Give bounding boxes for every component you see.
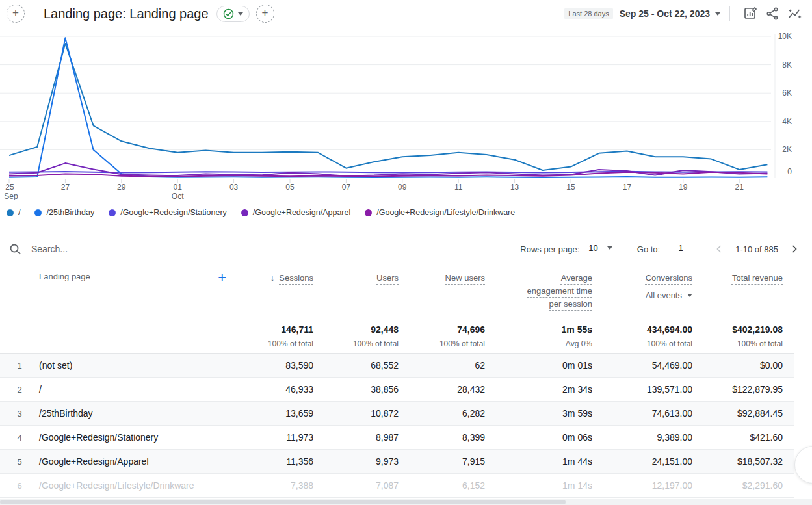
horizontal-scrollbar[interactable] (0, 499, 812, 505)
metric-cell: $18,507.32 (692, 450, 794, 473)
date-range-caret-icon[interactable] (715, 12, 720, 16)
check-circle-icon (223, 8, 234, 19)
table-row: 1(not set)83,59068,552620m 01s54,469.00$… (0, 354, 794, 378)
legend-label: / (18, 208, 20, 217)
insights-fab-edge[interactable] (794, 446, 812, 484)
svg-text:Oct: Oct (172, 192, 184, 200)
metric-cell: 7,388 (241, 474, 313, 497)
row-rank: 4 (0, 426, 39, 449)
dimension-header: Landing page + (39, 261, 241, 320)
totals-cell: $402,219.08100% of total (692, 320, 794, 353)
metric-header: New users (399, 261, 485, 320)
metric-cell: $421.60 (692, 426, 794, 449)
svg-text:09: 09 (398, 183, 407, 192)
rows-per-page-label: Rows per page: (520, 244, 579, 254)
share-icon[interactable] (761, 3, 783, 25)
metric-cell: 3m 59s (485, 402, 592, 425)
add-report-tab-button[interactable]: + (7, 5, 25, 23)
table-toolbar: Rows per page: 10 Go to: 1-10 of 885 (0, 237, 812, 261)
insights-icon[interactable] (783, 3, 805, 25)
metric-cell: 9,389.00 (592, 426, 692, 449)
metric-cell: 10,872 (313, 402, 399, 425)
legend-dot-icon (365, 209, 372, 216)
svg-text:03: 03 (229, 183, 239, 192)
chevron-down-icon (238, 12, 243, 16)
customize-report-icon[interactable] (739, 3, 761, 25)
metric-cell: 74,613.00 (592, 402, 692, 425)
dimension-filter-chip[interactable] (216, 6, 250, 22)
svg-text:4K: 4K (782, 117, 792, 126)
metric-cell: 6,282 (399, 402, 485, 425)
landing-page-cell: (not set) (39, 354, 241, 377)
metric-cell: 1m 44s (485, 450, 592, 473)
legend-label: /Google+Redesign/Apparel (253, 208, 350, 217)
page-title: Landing page: Landing page (44, 6, 209, 21)
svg-text:15: 15 (566, 183, 575, 192)
row-rank: 2 (0, 378, 39, 401)
prev-page-button[interactable] (711, 240, 727, 257)
totals-cell: 74,696100% of total (399, 320, 485, 353)
table-header-row: Landing page + ↓SessionsUsersNew usersAv… (0, 261, 794, 320)
goto-page-input[interactable] (665, 242, 696, 255)
metric-cell: 0m 06s (485, 426, 592, 449)
timeseries-chart: 10K8K6K4K2K025Sep272901Oct03050709111315… (0, 27, 812, 200)
legend-label: /25thBirthday (46, 208, 94, 217)
landing-page-cell: /Google+Redesign/Lifestyle/Drinkware (39, 474, 241, 497)
legend-item: /Google+Redesign/Apparel (241, 208, 350, 217)
add-comparison-button[interactable]: + (256, 5, 274, 23)
metric-cell: 62 (399, 354, 485, 377)
landing-page-table: Landing page + ↓SessionsUsersNew usersAv… (0, 261, 794, 498)
legend-dot-icon (241, 209, 248, 216)
svg-text:2K: 2K (782, 145, 792, 154)
landing-page-cell: /25thBirthday (39, 402, 241, 425)
metric-header-label[interactable]: Sessions (279, 273, 313, 283)
metric-header-label[interactable]: Average engagement time per session (513, 272, 592, 311)
totals-cell: 434,694.00100% of total (592, 320, 692, 353)
metric-cell: 13,659 (241, 402, 313, 425)
table-row: 2/46,93338,85628,4322m 34s139,571.00$122… (0, 378, 794, 402)
rows-per-page-select[interactable]: 10 (584, 243, 616, 255)
series-line-root (9, 44, 767, 170)
goto-label: Go to: (637, 244, 660, 254)
date-range-selector[interactable]: Sep 25 - Oct 22, 2023 (620, 8, 710, 19)
scrollbar-thumb[interactable] (0, 500, 566, 504)
table-search[interactable] (9, 243, 520, 255)
metric-header: ConversionsAll events (592, 261, 692, 320)
report-header: + Landing page: Landing page + Last 28 d… (0, 0, 812, 27)
totals-cell: 92,448100% of total (313, 320, 399, 353)
svg-text:13: 13 (510, 183, 519, 192)
metric-cell: 1m 14s (485, 474, 592, 497)
search-input[interactable] (30, 243, 306, 255)
metric-cell: 12,197.00 (592, 474, 692, 497)
landing-page-cell: / (39, 378, 241, 401)
svg-text:25: 25 (5, 183, 14, 192)
metric-cell: 6,152 (399, 474, 485, 497)
header-divider (34, 6, 34, 21)
header-divider (729, 6, 730, 21)
metric-header-label[interactable]: Total revenue (732, 273, 783, 283)
chart-legend: //25thBirthday/Google+Redesign/Stationer… (7, 205, 812, 220)
next-page-button[interactable] (786, 240, 803, 257)
svg-text:6K: 6K (782, 88, 792, 97)
metric-header-label[interactable]: Users (376, 273, 399, 283)
table-row: 6/Google+Redesign/Lifestyle/Drinkware7,3… (0, 474, 794, 498)
legend-dot-icon (109, 209, 116, 216)
svg-text:17: 17 (623, 183, 632, 192)
metric-header-label[interactable]: New users (445, 273, 485, 283)
svg-text:07: 07 (342, 183, 351, 192)
add-column-button[interactable]: + (218, 272, 226, 283)
svg-text:0: 0 (787, 167, 792, 176)
search-icon (9, 243, 21, 255)
row-rank: 5 (0, 450, 39, 473)
legend-dot-icon (34, 209, 42, 216)
svg-text:10K: 10K (778, 32, 792, 41)
sort-descending-icon: ↓ (270, 273, 275, 283)
row-rank: 6 (0, 474, 39, 497)
table-body: 1(not set)83,59068,552620m 01s54,469.00$… (0, 354, 794, 498)
metric-header-label[interactable]: Conversions (646, 273, 692, 283)
dimension-header-label[interactable]: Landing page (39, 272, 218, 281)
metric-subfilter[interactable]: All events (646, 291, 692, 300)
metric-cell: 8,399 (399, 426, 485, 449)
svg-text:Sep: Sep (4, 192, 18, 200)
rank-header (0, 261, 39, 320)
